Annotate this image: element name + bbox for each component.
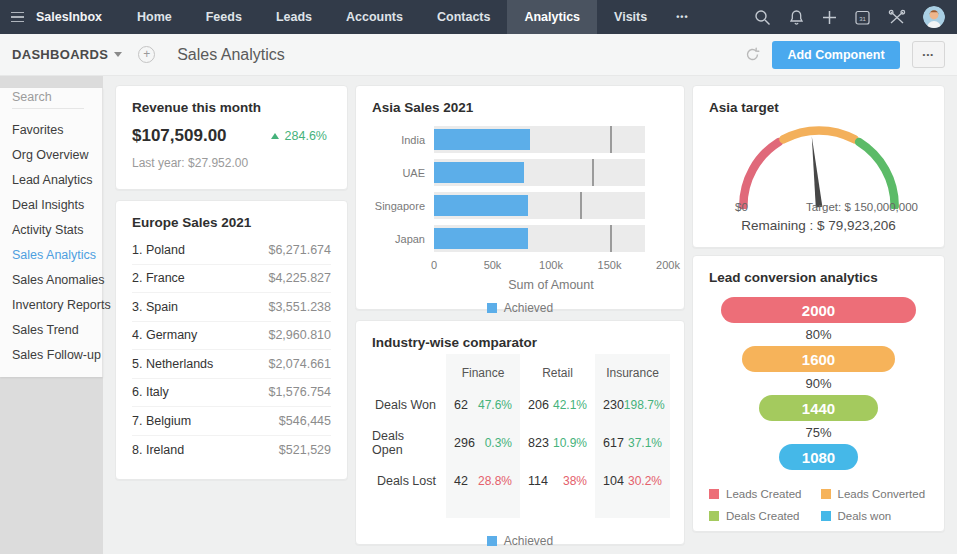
conversion-rate: 75% bbox=[709, 421, 928, 444]
nav-more-button[interactable]: ••• bbox=[664, 0, 700, 34]
sidebar-item-deal-insights[interactable]: Deal Insights bbox=[0, 192, 102, 217]
list-item[interactable]: 3. Spain$3,551.238 bbox=[132, 293, 331, 322]
revenue-amount: $107,509.00 bbox=[132, 126, 227, 146]
setup-tools-icon[interactable] bbox=[888, 9, 906, 26]
search-icon[interactable] bbox=[754, 9, 771, 26]
row-label: Deals Won bbox=[372, 386, 446, 424]
gauge-target-label: Target: $ 150,000,000 bbox=[806, 201, 918, 213]
notifications-bell-icon[interactable] bbox=[788, 9, 805, 26]
table-cell[interactable]: 82310.9% bbox=[520, 424, 595, 462]
sidebar-item-favorites[interactable]: Favorites bbox=[0, 117, 102, 142]
column-header-retail: Retail bbox=[520, 354, 595, 386]
europe-card-title: Europe Sales 2021 bbox=[132, 215, 331, 230]
list-item[interactable]: 1. Poland$6,271.674 bbox=[132, 236, 331, 265]
list-item[interactable]: 6. Italy$1,576.754 bbox=[132, 379, 331, 408]
axis-tick: 200k bbox=[656, 259, 680, 271]
chart-legend-achieved[interactable]: Achieved bbox=[372, 518, 668, 548]
brand-logo[interactable]: SalesInbox bbox=[34, 0, 120, 34]
dashboard-content: Revenue this month $107,509.00 284.6% La… bbox=[103, 76, 957, 554]
legend-item-deals-created[interactable]: Deals Created bbox=[709, 510, 817, 522]
legend-item-deals-won[interactable]: Deals won bbox=[821, 510, 929, 522]
table-cell[interactable]: 230198.7% bbox=[595, 386, 670, 424]
dashboards-dropdown[interactable]: DASHBOARDS bbox=[12, 47, 122, 62]
nav-tab-home[interactable]: Home bbox=[120, 0, 189, 34]
revenue-last-year: Last year: $27.952.00 bbox=[132, 156, 331, 170]
chart-legend-achieved[interactable]: Achieved bbox=[372, 292, 668, 315]
revenue-delta: 284.6% bbox=[271, 129, 331, 143]
category-label: India bbox=[372, 134, 434, 146]
europe-ranked-list: 1. Poland$6,271.674 2. France$4,225.827 … bbox=[132, 236, 331, 464]
header-more-button[interactable]: ••• bbox=[912, 41, 945, 68]
nav-tabs: Home Feeds Leads Accounts Contacts Analy… bbox=[120, 0, 701, 34]
list-item[interactable]: 2. France$4,225.827 bbox=[132, 265, 331, 294]
table-cell[interactable]: 4228.8% bbox=[446, 462, 520, 518]
gauge-remaining-label: Remaining : $ 79,923,206 bbox=[709, 218, 928, 233]
nav-tab-leads[interactable]: Leads bbox=[259, 0, 329, 34]
list-item[interactable]: 8. Ireland$521,529 bbox=[132, 436, 331, 465]
funnel-stage-leads-converted[interactable]: 1600 bbox=[742, 346, 895, 372]
bullet-bar-uae[interactable] bbox=[434, 162, 524, 183]
funnel-stage-leads-created[interactable]: 2000 bbox=[721, 297, 916, 323]
table-cell[interactable]: 10430.2% bbox=[595, 462, 670, 518]
category-label: Singapore bbox=[372, 200, 434, 212]
bullet-row: Singapore bbox=[372, 189, 668, 222]
target-marker bbox=[592, 159, 594, 186]
dashboard-header: DASHBOARDS + Sales Analytics Add Compone… bbox=[0, 34, 957, 76]
sidebar-item-org-overview[interactable]: Org Overview bbox=[0, 142, 102, 167]
list-item[interactable]: 5. Netherlands$2,074.661 bbox=[132, 350, 331, 379]
legend-swatch bbox=[821, 489, 831, 499]
nav-tab-visits[interactable]: Visits bbox=[597, 0, 664, 34]
table-cell[interactable]: 11438% bbox=[520, 462, 595, 518]
table-cell[interactable]: 61737.1% bbox=[595, 424, 670, 462]
lead-conversion-card: Lead conversion analytics 2000 80% 1600 … bbox=[692, 255, 945, 532]
table-cell[interactable]: 6247.6% bbox=[446, 386, 520, 424]
list-item[interactable]: 4. Germany$2,960.810 bbox=[132, 322, 331, 351]
funnel-stage-deals-won[interactable]: 1080 bbox=[779, 444, 858, 470]
legend-item-leads-created[interactable]: Leads Created bbox=[709, 488, 817, 500]
table-cell[interactable]: 20642.1% bbox=[520, 386, 595, 424]
nav-tab-analytics[interactable]: Analytics bbox=[507, 0, 597, 34]
axis-tick: 100k bbox=[539, 259, 563, 271]
hamburger-menu-icon[interactable] bbox=[0, 0, 34, 34]
funnel-stage-deals-created[interactable]: 1440 bbox=[759, 395, 877, 421]
sidebar-item-sales-follow-up[interactable]: Sales Follow-up bbox=[0, 342, 102, 367]
nav-tab-accounts[interactable]: Accounts bbox=[329, 0, 420, 34]
legend-swatch bbox=[821, 511, 831, 521]
bullet-bar-india[interactable] bbox=[434, 129, 530, 150]
calendar-icon[interactable]: 31 bbox=[854, 9, 871, 26]
sidebar-item-sales-anomalies[interactable]: Sales Anomalies bbox=[0, 267, 102, 292]
comparator-table: Finance Retail Insurance Deals Won 6247.… bbox=[372, 354, 668, 518]
add-component-button[interactable]: Add Component bbox=[772, 41, 899, 69]
table-cell[interactable]: 2960.3% bbox=[446, 424, 520, 462]
nav-tab-contacts[interactable]: Contacts bbox=[420, 0, 507, 34]
add-plus-icon[interactable] bbox=[822, 10, 837, 25]
refresh-icon[interactable] bbox=[745, 47, 760, 62]
europe-sales-card: Europe Sales 2021 1. Poland$6,271.674 2.… bbox=[115, 200, 348, 480]
asia-chart-title: Asia Sales 2021 bbox=[372, 100, 668, 115]
sidebar-item-inventory-reports[interactable]: Inventory Reports bbox=[0, 292, 102, 317]
bullet-row: UAE bbox=[372, 156, 668, 189]
sidebar-item-sales-analytics[interactable]: Sales Analytics bbox=[0, 242, 102, 267]
bullet-row: India bbox=[372, 123, 668, 156]
header-actions: Add Component ••• bbox=[745, 41, 945, 69]
legend-label: Leads Converted bbox=[838, 488, 926, 500]
top-nav: SalesInbox Home Feeds Leads Accounts Con… bbox=[0, 0, 957, 34]
bullet-bar-japan[interactable] bbox=[434, 228, 528, 249]
sidebar-item-sales-trend[interactable]: Sales Trend bbox=[0, 317, 102, 342]
bullet-bar-singapore[interactable] bbox=[434, 195, 528, 216]
gauge-min-label: $0 bbox=[735, 201, 748, 213]
sidebar-search-input[interactable] bbox=[12, 88, 84, 109]
row-label: Deals Open bbox=[372, 424, 446, 462]
add-dashboard-icon[interactable]: + bbox=[138, 46, 155, 63]
sidebar-item-activity-stats[interactable]: Activity Stats bbox=[0, 217, 102, 242]
funnel-legend: Leads Created Leads Converted Deals Crea… bbox=[709, 488, 928, 522]
list-item[interactable]: 7. Belgium$546,445 bbox=[132, 407, 331, 436]
sidebar-item-lead-analytics[interactable]: Lead Analytics bbox=[0, 167, 102, 192]
gauge-segment-high bbox=[859, 142, 895, 206]
page-title: Sales Analytics bbox=[177, 46, 285, 64]
legend-swatch bbox=[487, 303, 497, 313]
user-avatar[interactable] bbox=[923, 6, 945, 28]
dashboards-label: DASHBOARDS bbox=[12, 47, 108, 62]
nav-tab-feeds[interactable]: Feeds bbox=[189, 0, 259, 34]
legend-item-leads-converted[interactable]: Leads Converted bbox=[821, 488, 929, 500]
